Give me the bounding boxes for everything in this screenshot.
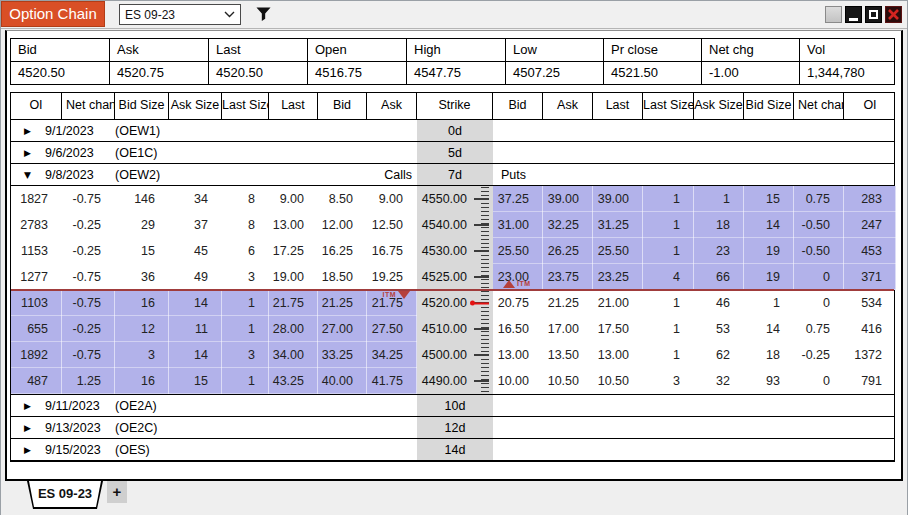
put-cell[interactable]: 15 xyxy=(744,186,794,212)
call-cell[interactable]: 19.00 xyxy=(269,264,318,290)
put-cell[interactable]: 14 xyxy=(744,316,794,342)
expand-arrow-icon[interactable]: ▶ xyxy=(24,142,31,164)
call-cell[interactable]: 12.50 xyxy=(367,212,417,238)
put-cell[interactable]: 1 xyxy=(643,212,694,238)
put-cell[interactable]: -0.50 xyxy=(794,212,844,238)
call-cell[interactable]: 17.25 xyxy=(269,238,318,264)
call-cell[interactable]: 16 xyxy=(115,290,169,316)
call-cell[interactable]: 18.50 xyxy=(318,264,367,290)
expiry-row[interactable]: ▼9/8/2023(OEW2)Calls7dPuts xyxy=(11,164,894,186)
call-cell[interactable]: 1 xyxy=(222,368,269,394)
call-cell[interactable]: 1.25 xyxy=(62,368,115,394)
expiry-row[interactable]: ▶9/1/2023(OEW1)0d xyxy=(11,120,894,142)
put-cell[interactable]: 21.25 xyxy=(543,290,593,316)
put-cell[interactable]: 4 xyxy=(643,264,694,290)
call-cell[interactable]: 1103 xyxy=(11,290,62,316)
call-cell[interactable]: 43.25 xyxy=(269,368,318,394)
call-cell[interactable]: 41.75 xyxy=(367,368,417,394)
call-cell[interactable]: 9.00 xyxy=(269,186,318,212)
expiry-row[interactable]: ▶9/6/2023(OE1C)5d xyxy=(11,142,894,164)
call-cell[interactable]: 1827 xyxy=(11,186,62,212)
put-cell[interactable]: 17.50 xyxy=(593,316,643,342)
call-cell[interactable]: 3 xyxy=(222,264,269,290)
call-cell[interactable]: 27.50 xyxy=(367,316,417,342)
call-cell[interactable]: 19.25 xyxy=(367,264,417,290)
call-cell[interactable]: 29 xyxy=(115,212,169,238)
put-cell[interactable]: 93 xyxy=(744,368,794,394)
call-cell[interactable]: -0.75 xyxy=(62,290,115,316)
call-cell[interactable]: 14 xyxy=(169,290,222,316)
put-cell[interactable]: 1 xyxy=(694,186,744,212)
call-cell[interactable]: 8 xyxy=(222,212,269,238)
put-cell[interactable]: 18 xyxy=(694,212,744,238)
put-cell[interactable]: 13.00 xyxy=(493,342,543,368)
call-cell[interactable]: 34 xyxy=(169,186,222,212)
put-cell[interactable]: 1 xyxy=(744,290,794,316)
call-cell[interactable]: 1153 xyxy=(11,238,62,264)
close-button[interactable] xyxy=(885,6,902,23)
call-cell[interactable]: 16 xyxy=(115,368,169,394)
call-cell[interactable]: -0.25 xyxy=(62,238,115,264)
call-cell[interactable]: 3 xyxy=(222,342,269,368)
put-cell[interactable]: 62 xyxy=(694,342,744,368)
put-cell[interactable]: 19 xyxy=(744,238,794,264)
put-cell[interactable]: 20.75 xyxy=(493,290,543,316)
call-cell[interactable]: -0.75 xyxy=(62,186,115,212)
put-cell[interactable]: 10.00 xyxy=(493,368,543,394)
call-cell[interactable]: 14 xyxy=(169,342,222,368)
expand-arrow-icon[interactable]: ▶ xyxy=(24,417,31,439)
call-cell[interactable]: 8 xyxy=(222,186,269,212)
put-cell[interactable]: 453 xyxy=(844,238,896,264)
put-cell[interactable]: -0.50 xyxy=(794,238,844,264)
add-tab-button[interactable]: + xyxy=(107,481,127,503)
call-cell[interactable]: 49 xyxy=(169,264,222,290)
expiry-row[interactable]: ▶9/13/2023(OE2C)12d xyxy=(11,417,894,439)
put-cell[interactable]: 26.25 xyxy=(543,238,593,264)
call-cell[interactable]: 28.00 xyxy=(269,316,318,342)
call-cell[interactable]: 12 xyxy=(115,316,169,342)
call-cell[interactable]: 487 xyxy=(11,368,62,394)
call-cell[interactable]: 11 xyxy=(169,316,222,342)
put-cell[interactable]: 19 xyxy=(744,264,794,290)
put-cell[interactable]: 25.50 xyxy=(493,238,543,264)
call-cell[interactable]: 45 xyxy=(169,238,222,264)
call-cell[interactable]: 33.25 xyxy=(318,342,367,368)
put-cell[interactable]: 1 xyxy=(643,238,694,264)
call-cell[interactable]: 34.00 xyxy=(269,342,318,368)
expand-arrow-icon[interactable]: ▶ xyxy=(24,120,31,142)
put-cell[interactable]: 21.00 xyxy=(593,290,643,316)
call-cell[interactable]: 40.00 xyxy=(318,368,367,394)
window-control-blank[interactable] xyxy=(825,6,842,23)
filter-button[interactable] xyxy=(254,6,272,24)
call-cell[interactable]: 1277 xyxy=(11,264,62,290)
call-cell[interactable]: -0.75 xyxy=(62,264,115,290)
call-cell[interactable]: -0.25 xyxy=(62,212,115,238)
call-cell[interactable]: 34.25 xyxy=(367,342,417,368)
call-cell[interactable]: 9.00 xyxy=(367,186,417,212)
put-cell[interactable]: 32 xyxy=(694,368,744,394)
call-cell[interactable]: 146 xyxy=(115,186,169,212)
call-cell[interactable]: 1 xyxy=(222,316,269,342)
put-cell[interactable]: 10.50 xyxy=(543,368,593,394)
expand-arrow-icon[interactable]: ▼ xyxy=(24,164,31,186)
put-cell[interactable]: 1 xyxy=(643,186,694,212)
put-cell[interactable]: 39.00 xyxy=(593,186,643,212)
put-cell[interactable]: 18 xyxy=(744,342,794,368)
put-cell[interactable]: 14 xyxy=(744,212,794,238)
put-cell[interactable]: 10.50 xyxy=(593,368,643,394)
put-cell[interactable]: 16.50 xyxy=(493,316,543,342)
put-cell[interactable]: 13.50 xyxy=(543,342,593,368)
call-cell[interactable]: 1892 xyxy=(11,342,62,368)
put-cell[interactable]: 1 xyxy=(643,290,694,316)
call-cell[interactable]: 655 xyxy=(11,316,62,342)
put-cell[interactable]: 23.75 xyxy=(543,264,593,290)
call-cell[interactable]: 16.25 xyxy=(318,238,367,264)
put-cell[interactable]: 0 xyxy=(794,264,844,290)
put-cell[interactable]: 13.00 xyxy=(593,342,643,368)
put-cell[interactable]: 1372 xyxy=(844,342,896,368)
put-cell[interactable]: 0.75 xyxy=(794,186,844,212)
window-title[interactable]: Option Chain xyxy=(1,1,105,27)
call-cell[interactable]: -0.75 xyxy=(62,342,115,368)
call-cell[interactable]: 21.25 xyxy=(318,290,367,316)
put-cell[interactable]: 791 xyxy=(844,368,896,394)
